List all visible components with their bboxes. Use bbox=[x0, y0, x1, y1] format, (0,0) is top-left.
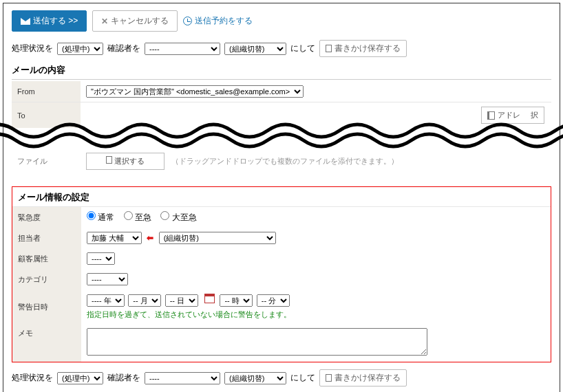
warn-month-select[interactable]: -- 月 bbox=[128, 294, 161, 307]
approver-label-2: 確認者を bbox=[107, 372, 140, 384]
schedule-link-label: 送信予約をする bbox=[195, 15, 253, 27]
warn-date-label: 警告日時 bbox=[12, 290, 81, 324]
file-select-button-label: 選択する bbox=[114, 157, 145, 165]
document-icon bbox=[326, 45, 332, 52]
process-status-select-bottom[interactable]: (処理中) bbox=[57, 372, 103, 384]
status-label-2: 処理状況を bbox=[12, 372, 53, 384]
document-icon bbox=[106, 156, 112, 164]
mail-info-settings-box: メール情報の設定 緊急度 通常 至急 大至急 担当者 加藤 大輔 ⬅ (組織切替 bbox=[12, 186, 551, 362]
urgency-normal[interactable]: 通常 bbox=[87, 213, 114, 222]
file-hint: （ドラッグアンドドロップでも複数のファイルを添付できます。） bbox=[171, 156, 399, 166]
process-status-select[interactable]: (処理中) bbox=[57, 43, 103, 55]
to-label-2: にして bbox=[290, 372, 315, 384]
envelope-icon bbox=[21, 18, 30, 25]
send-button-label: 送信する >> bbox=[33, 15, 78, 27]
warn-minute-select[interactable]: -- 分 bbox=[257, 294, 290, 307]
from-label: From bbox=[12, 81, 81, 102]
approver-select-bottom[interactable]: ---- bbox=[145, 372, 220, 384]
approver-select[interactable]: ---- bbox=[145, 43, 220, 55]
document-icon bbox=[326, 374, 332, 382]
warn-date-help: 指定日時を過ぎて、送信されていない場合に警告をします。 bbox=[87, 309, 545, 320]
save-draft-button-bottom[interactable]: 書きかけ保存する bbox=[319, 369, 407, 386]
calendar-icon[interactable] bbox=[204, 294, 215, 303]
address-book-icon bbox=[487, 111, 495, 120]
to-label-1: にして bbox=[290, 43, 315, 54]
send-button[interactable]: 送信する >> bbox=[12, 10, 87, 32]
assignee-label: 担当者 bbox=[12, 228, 81, 248]
org-switch-select-top[interactable]: (組織切替) bbox=[224, 43, 286, 55]
category-select[interactable]: ---- bbox=[87, 273, 128, 285]
clock-icon bbox=[183, 17, 192, 25]
assignee-org-select[interactable]: (組織切替) bbox=[159, 232, 276, 244]
warn-day-select[interactable]: -- 日 bbox=[165, 294, 198, 307]
customer-attr-label: 顧客属性 bbox=[12, 248, 81, 269]
red-arrow-icon: ⬅ bbox=[147, 233, 153, 243]
wave-separator bbox=[0, 121, 563, 149]
category-label: カテゴリ bbox=[12, 269, 81, 290]
assignee-select[interactable]: 加藤 大輔 bbox=[87, 232, 142, 244]
save-draft-label-top: 書きかけ保存する bbox=[334, 43, 401, 54]
warn-hour-select[interactable]: -- 時 bbox=[220, 294, 253, 307]
urgency-urgent[interactable]: 至急 bbox=[124, 213, 151, 222]
status-label-1: 処理状況を bbox=[12, 43, 53, 54]
save-draft-button-top[interactable]: 書きかけ保存する bbox=[319, 40, 407, 57]
file-select-button[interactable]: 選択する bbox=[86, 153, 164, 170]
cancel-button-label: キャンセルする bbox=[111, 15, 169, 27]
mail-info-settings-title: メール情報の設定 bbox=[12, 187, 551, 207]
org-switch-select-bottom[interactable]: (組織切替) bbox=[224, 372, 286, 384]
urgency-label: 緊急度 bbox=[12, 207, 81, 228]
cancel-button[interactable]: ✕ キャンセルする bbox=[92, 10, 178, 32]
urgency-very-urgent[interactable]: 大至急 bbox=[160, 213, 196, 222]
mail-content-title: メールの内容 bbox=[12, 64, 551, 80]
close-icon: ✕ bbox=[101, 17, 108, 26]
from-select[interactable]: "ボウズマン 国内営業部" <domestic_sales@example.co… bbox=[86, 85, 304, 98]
memo-textarea[interactable] bbox=[87, 328, 427, 356]
approver-label: 確認者を bbox=[107, 43, 140, 54]
save-draft-label-bottom: 書きかけ保存する bbox=[334, 372, 401, 384]
memo-label: メモ bbox=[12, 324, 81, 362]
customer-attr-select[interactable]: ---- bbox=[87, 252, 115, 265]
address-book-btn-label: アドレ 択 bbox=[498, 110, 538, 120]
warn-year-select[interactable]: ---- 年 bbox=[87, 294, 125, 307]
file-label: ファイル bbox=[12, 149, 81, 174]
schedule-link[interactable]: 送信予約をする bbox=[183, 15, 253, 27]
